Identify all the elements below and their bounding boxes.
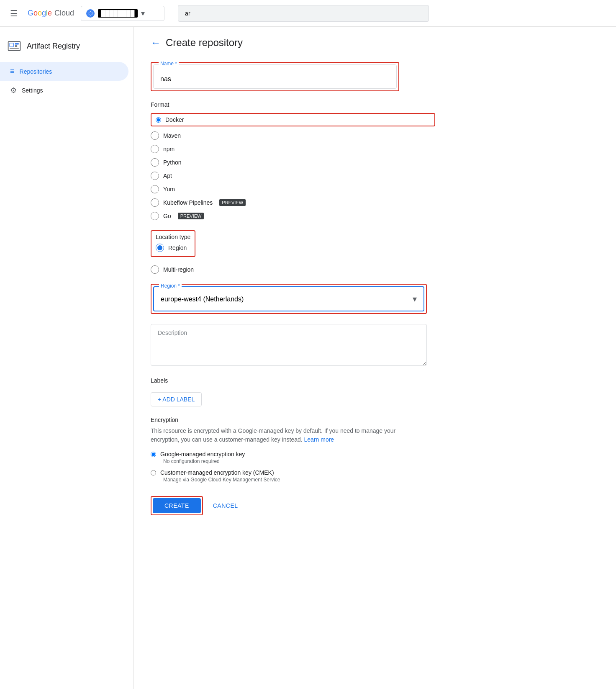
format-yum-label[interactable]: Yum [163, 186, 175, 193]
encryption-cmek-row[interactable]: Customer-managed encryption key (CMEK) [151, 469, 435, 476]
location-type-section: Location type Region Multi-region [151, 230, 435, 274]
page-title: Create repository [166, 37, 243, 49]
description-field[interactable] [151, 324, 427, 366]
action-buttons: CREATE CANCEL [151, 496, 435, 515]
back-button[interactable]: ← [151, 37, 161, 49]
location-multiregion-radio[interactable] [151, 265, 159, 274]
main-content: ← Create repository Name * Format Doc [134, 27, 616, 689]
format-label: Format [151, 101, 435, 108]
format-npm-item[interactable]: npm [151, 145, 435, 153]
encryption-google-radio[interactable] [151, 452, 156, 457]
sidebar: Artifact Registry ≡ Repositories ⚙ Setti… [0, 27, 134, 689]
region-select[interactable]: europe-west4 (Netherlands) us-central1 (… [154, 287, 424, 311]
format-apt-radio[interactable] [151, 172, 159, 180]
format-go-radio[interactable] [151, 212, 159, 220]
labels-section: Labels + ADD LABEL [151, 377, 435, 406]
name-field-highlighted: Name * [151, 62, 399, 91]
location-type-highlighted: Location type Region [151, 230, 195, 257]
svg-rect-1 [10, 43, 13, 47]
encryption-cmek-label[interactable]: Customer-managed encryption key (CMEK) [160, 469, 274, 476]
format-kubeflow-item[interactable]: Kubeflow Pipelines PREVIEW [151, 198, 435, 207]
location-region-radio[interactable] [156, 244, 164, 252]
format-maven-item[interactable]: Maven [151, 131, 435, 140]
location-region-item[interactable]: Region [156, 244, 190, 252]
encryption-cmek-item: Customer-managed encryption key (CMEK) M… [151, 469, 435, 483]
sidebar-item-repositories[interactable]: ≡ Repositories [0, 62, 128, 81]
format-python-label[interactable]: Python [163, 159, 182, 166]
encryption-title: Encryption [151, 416, 435, 423]
encryption-cmek-sublabel: Manage via Google Cloud Key Management S… [163, 477, 435, 483]
format-python-radio[interactable] [151, 158, 159, 167]
project-selector[interactable]: ████████ ▾ [81, 6, 164, 21]
cancel-button[interactable]: CANCEL [213, 498, 238, 513]
settings-icon: ⚙ [10, 86, 17, 95]
encryption-google-label[interactable]: Google-managed encryption key [160, 451, 245, 458]
name-input[interactable] [154, 65, 396, 88]
region-dropdown-highlighted: Region * europe-west4 (Netherlands) us-c… [151, 284, 427, 314]
sidebar-header: Artifact Registry [0, 33, 133, 62]
project-name: ████████ [98, 9, 138, 18]
svg-rect-3 [15, 45, 17, 47]
sidebar-nav: ≡ Repositories ⚙ Settings [0, 62, 133, 100]
google-cloud-logo: Google Cloud [28, 9, 74, 18]
create-button[interactable]: CREATE [153, 498, 201, 513]
sidebar-title: Artifact Registry [27, 42, 80, 51]
project-icon [86, 9, 95, 18]
artifact-registry-icon [7, 39, 22, 54]
format-yum-radio[interactable] [151, 185, 159, 193]
encryption-google-sublabel: No configuration required [163, 458, 435, 464]
search-input[interactable] [178, 5, 429, 22]
project-dropdown-arrow: ▾ [141, 9, 145, 18]
hamburger-menu[interactable]: ☰ [7, 5, 21, 22]
encryption-learn-more-link[interactable]: Learn more [304, 436, 334, 443]
search-bar [178, 5, 429, 22]
repositories-icon: ≡ [10, 67, 15, 76]
add-label-button[interactable]: + ADD LABEL [151, 392, 202, 406]
labels-title: Labels [151, 377, 435, 384]
location-multiregion-item[interactable]: Multi-region [151, 265, 435, 274]
page-header: ← Create repository [151, 37, 599, 49]
name-field-label: Name * [159, 61, 179, 67]
cloud-label: Cloud [54, 9, 74, 18]
go-preview-badge: PREVIEW [178, 213, 204, 219]
format-maven-radio[interactable] [151, 131, 159, 140]
svg-rect-2 [15, 43, 19, 45]
format-kubeflow-radio[interactable] [151, 198, 159, 207]
format-apt-label[interactable]: Apt [163, 172, 172, 179]
format-python-item[interactable]: Python [151, 158, 435, 167]
format-docker-label[interactable]: Docker [165, 116, 184, 123]
region-field-container: Region * europe-west4 (Netherlands) us-c… [153, 286, 424, 311]
kubeflow-preview-badge: PREVIEW [219, 199, 246, 206]
format-maven-label[interactable]: Maven [163, 132, 181, 139]
region-field-label: Region * [159, 283, 182, 289]
format-go-label[interactable]: Go [163, 213, 171, 219]
sidebar-item-settings[interactable]: ⚙ Settings [0, 81, 128, 100]
format-docker-radio[interactable] [156, 117, 161, 123]
topbar: ☰ Google Cloud ████████ ▾ [0, 0, 616, 27]
name-field-container: Name * [153, 64, 397, 89]
sidebar-item-repositories-label: Repositories [20, 68, 52, 75]
format-section: Format Docker Maven npm [151, 101, 435, 220]
format-kubeflow-label[interactable]: Kubeflow Pipelines [163, 199, 213, 206]
page-layout: Artifact Registry ≡ Repositories ⚙ Setti… [0, 27, 616, 689]
encryption-google-managed-item: Google-managed encryption key No configu… [151, 451, 435, 464]
sidebar-item-settings-label: Settings [22, 87, 43, 94]
format-docker-wrapper: Docker [151, 113, 435, 126]
encryption-section: Encryption This resource is encrypted wi… [151, 416, 435, 483]
format-yum-item[interactable]: Yum [151, 185, 435, 193]
format-npm-radio[interactable] [151, 145, 159, 153]
format-apt-item[interactable]: Apt [151, 172, 435, 180]
location-type-title: Location type [156, 234, 190, 240]
create-repository-form: Name * Format Docker Maven [151, 62, 435, 515]
encryption-description: This resource is encrypted with a Google… [151, 427, 418, 444]
location-multiregion-label[interactable]: Multi-region [163, 266, 194, 273]
create-btn-highlighted: CREATE [151, 496, 203, 515]
encryption-google-managed-row[interactable]: Google-managed encryption key [151, 451, 435, 458]
format-npm-label[interactable]: npm [163, 146, 175, 152]
format-radio-group: Docker Maven npm Python [151, 113, 435, 220]
encryption-cmek-radio[interactable] [151, 470, 156, 476]
format-go-item[interactable]: Go PREVIEW [151, 212, 435, 220]
location-region-label[interactable]: Region [168, 244, 187, 251]
